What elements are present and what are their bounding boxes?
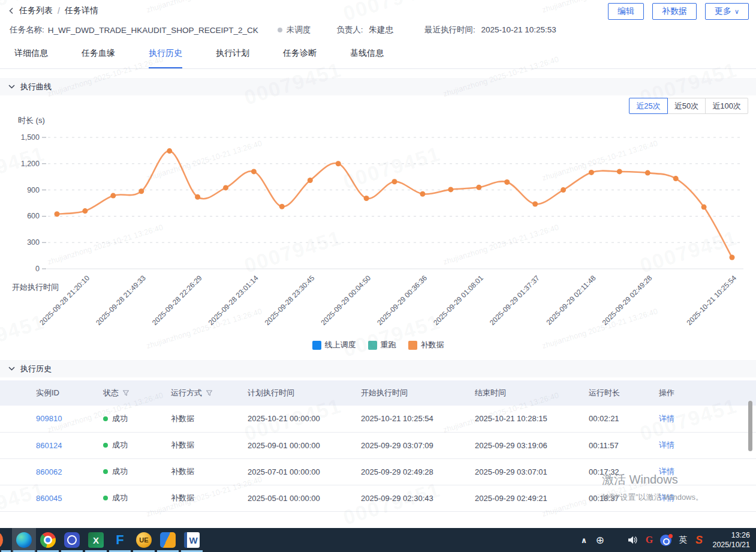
task-name-label: 任务名称:	[10, 25, 44, 35]
status-cell: 成功	[103, 406, 171, 432]
data-point[interactable]	[701, 205, 707, 210]
column-label: 开始执行时间	[361, 388, 408, 398]
data-point[interactable]	[645, 170, 650, 176]
legend-item[interactable]: 补数据	[408, 340, 444, 350]
table-scrollbar[interactable]	[748, 401, 752, 451]
data-point[interactable]	[532, 202, 538, 207]
svg-text:900: 900	[27, 186, 40, 194]
svg-text:2025-10-21 10:25:54: 2025-10-21 10:25:54	[685, 274, 738, 327]
tab-bar: 详细信息任务血缘执行历史执行计划任务诊断基线信息	[0, 48, 756, 69]
data-point[interactable]	[167, 148, 172, 154]
data-point[interactable]	[55, 211, 60, 217]
data-point[interactable]	[392, 179, 397, 184]
tray-s-app-icon[interactable]: S	[694, 533, 704, 547]
taskbar-edge-icon[interactable]	[12, 528, 36, 552]
task-name-value: H_WF_DWD_TRADE_HKAUDIT_SHOP_RECEIPT_2_CK	[48, 26, 258, 35]
range-25-button[interactable]: 近25次	[629, 98, 667, 114]
legend-item[interactable]: 线上调度	[312, 340, 356, 350]
foxmail-glyph	[160, 532, 176, 548]
data-point[interactable]	[223, 185, 228, 190]
detail-link[interactable]: 详情	[659, 440, 674, 449]
tray-g-app-icon[interactable]: G	[644, 533, 654, 547]
plan-time-cell: 2025-07-01 00:00:00	[248, 458, 361, 485]
data-point[interactable]	[364, 196, 369, 201]
owner-label: 负责人:	[336, 25, 363, 34]
back-icon[interactable]	[8, 7, 14, 14]
tray-speaker-icon[interactable]	[627, 533, 638, 547]
data-point[interactable]	[420, 191, 425, 197]
tray-lang-icon[interactable]: 英	[677, 533, 688, 547]
instance-id-link[interactable]: 860062	[36, 467, 62, 476]
data-point[interactable]	[195, 194, 200, 200]
watermark-text: zhujianzhong 2025-10-21 13:26:40	[145, 0, 263, 14]
tab-detail-info[interactable]: 详细信息	[14, 48, 48, 68]
more-button[interactable]: 更多∨	[705, 3, 749, 20]
data-point[interactable]	[251, 169, 257, 174]
taskbar-word-icon[interactable]: W	[180, 528, 204, 552]
data-point[interactable]	[308, 178, 313, 183]
column-header-inner: 实例ID	[36, 388, 103, 398]
end-time-cell: 2025-09-29 03:07:01	[475, 458, 589, 485]
data-point[interactable]	[448, 187, 453, 192]
status-badge: 成功	[103, 466, 171, 477]
table-row: 860124成功补数据2025-09-01 00:00:002025-09-29…	[0, 432, 756, 458]
word-glyph: W	[184, 532, 200, 548]
data-point[interactable]	[673, 176, 679, 181]
column-label: 运行方式	[171, 388, 202, 398]
data-point[interactable]	[476, 185, 481, 190]
taskbar-excel-icon[interactable]: X	[84, 528, 108, 552]
data-point[interactable]	[138, 188, 144, 194]
task-detail-page: 00079451zhujianzhong 2025-10-21 13:26:40…	[0, 0, 756, 552]
curve-section-header[interactable]: 执行曲线	[0, 78, 756, 95]
tab-execution-history[interactable]: 执行历史	[149, 48, 182, 68]
column-header-inner: 运行方式	[171, 388, 248, 398]
taskbar-clock[interactable]: 13:26 2025/10/21	[710, 528, 756, 552]
tab-baseline-info[interactable]: 基线信息	[350, 48, 384, 68]
data-point[interactable]	[561, 187, 566, 193]
fapp-glyph: F	[112, 532, 128, 548]
filter-icon[interactable]	[122, 389, 129, 397]
tray-im-badge-icon[interactable]	[660, 535, 671, 546]
tab-execution-plan[interactable]: 执行计划	[216, 48, 249, 68]
tab-task-lineage[interactable]: 任务血缘	[82, 48, 115, 68]
detail-link[interactable]: 详情	[659, 414, 674, 423]
edit-button[interactable]: 编辑	[608, 3, 644, 20]
data-point[interactable]	[504, 179, 510, 185]
x-axis-title: 开始执行时间	[12, 282, 59, 293]
legend-item[interactable]: 重跑	[368, 340, 396, 350]
data-point[interactable]	[589, 170, 594, 175]
data-point[interactable]	[336, 161, 341, 166]
instance-id-link[interactable]: 860045	[36, 494, 62, 503]
column-header-inner: 开始执行时间	[361, 388, 475, 398]
patch-data-button[interactable]: 补数据	[652, 3, 697, 20]
taskbar-ultraedit-icon[interactable]: UE	[132, 528, 156, 552]
start-time-cell: 2025-09-29 02:30:43	[361, 485, 475, 511]
data-point[interactable]	[279, 204, 285, 209]
action-cell: 详情	[659, 406, 756, 432]
svg-text:2025-09-29 00:36:36: 2025-09-29 00:36:36	[375, 274, 429, 327]
tray-network-icon[interactable]: ⊕	[595, 533, 605, 547]
tab-task-diagnosis[interactable]: 任务诊断	[283, 48, 317, 68]
activate-windows-line1: 激活 Windows	[602, 472, 703, 488]
breadcrumb-task-list[interactable]: 任务列表	[19, 5, 53, 16]
tray-windows-icon[interactable]	[611, 533, 621, 547]
range-100-button[interactable]: 近100次	[705, 98, 748, 114]
svg-text:1,500: 1,500	[21, 133, 40, 142]
data-point[interactable]	[110, 193, 116, 199]
taskbar-dingtalk-icon[interactable]	[60, 528, 84, 552]
data-point[interactable]	[617, 169, 622, 174]
instance-id-link[interactable]: 909810	[36, 414, 62, 423]
instance-id-link[interactable]: 860124	[36, 441, 62, 450]
taskbar-fapp-icon[interactable]: F	[108, 528, 132, 552]
status-text: 成功	[112, 440, 128, 451]
taskbar-chrome-icon[interactable]	[36, 528, 60, 552]
taskbar-pen-icon[interactable]	[0, 528, 12, 552]
data-point[interactable]	[82, 208, 88, 214]
filter-icon[interactable]	[206, 389, 213, 397]
history-section-header[interactable]: 执行历史	[0, 360, 756, 377]
data-point[interactable]	[730, 255, 735, 260]
taskbar-foxmail-icon[interactable]	[156, 528, 180, 552]
legend-swatch-icon	[368, 341, 377, 350]
range-50-button[interactable]: 近50次	[667, 98, 706, 114]
tray-chevron-up-icon[interactable]: ∧	[579, 533, 589, 547]
